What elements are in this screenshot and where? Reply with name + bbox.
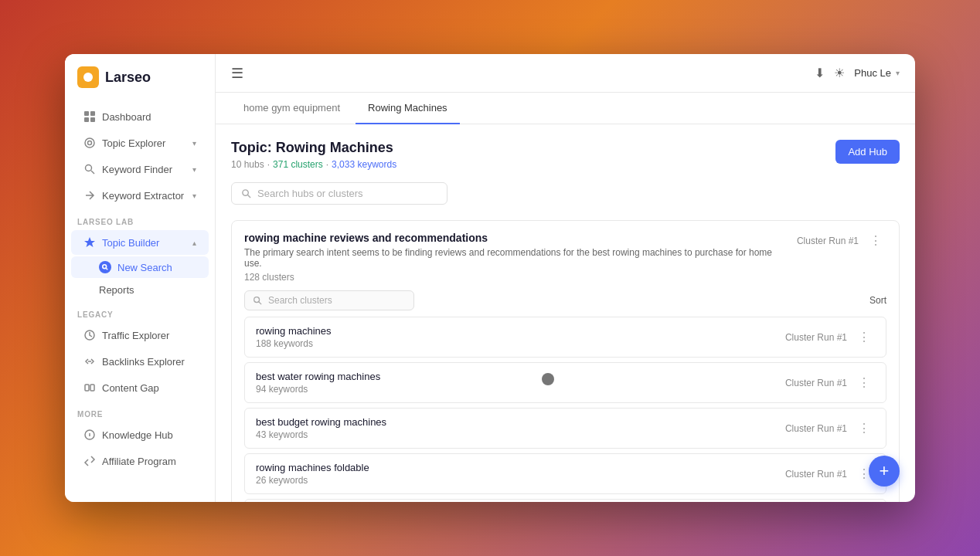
hub-clusters-count: 128 clusters [244,272,785,283]
chevron-down-icon: ▾ [192,139,196,147]
cluster-item[interactable]: rowing machines 188 keywords Cluster Run… [244,317,886,358]
topic-header: Topic: Rowing Machines 10 hubs · 371 clu… [231,140,900,170]
cluster-name: rowing machines [256,325,785,337]
cluster-keywords: 188 keywords [256,338,785,349]
keyword-extractor-label: Keyword Extractor [102,190,184,202]
svg-point-6 [88,141,92,145]
cluster-item[interactable]: older rowing machines Cluster Run #1 ⋮ [244,499,886,502]
affiliate-program-label: Affiliate Program [102,456,176,467]
sidebar-item-topic-builder[interactable]: Topic Builder ▴ [71,230,209,255]
content-gap-label: Content Gap [102,382,159,394]
cluster-more-options[interactable]: ⋮ [853,419,875,437]
dashboard-label: Dashboard [102,111,151,123]
search-hubs-box [231,182,447,205]
backlinks-explorer-label: Backlinks Explorer [102,356,185,368]
cluster-keywords: 43 keywords [256,429,785,440]
sidebar-item-backlinks-explorer[interactable]: Backlinks Explorer [71,349,209,374]
hub-row-right: Cluster Run #1 ⋮ [797,232,886,249]
topic-explorer-icon [83,137,96,149]
topic-meta: 10 hubs · 371 clusters · 3,033 keywords [231,159,396,170]
download-icon[interactable]: ⬇ [815,66,825,80]
fab-button[interactable]: + [869,456,900,486]
affiliate-icon [83,455,96,467]
sidebar-item-dashboard[interactable]: Dashboard [71,104,209,129]
topbar: ☰ ⬇ ☀ Phuc Le ▾ [216,54,915,93]
new-search-icon [99,261,111,273]
sidebar-item-topic-explorer[interactable]: Topic Explorer ▾ [71,131,209,155]
search-clusters-icon [253,296,262,305]
topic-builder-label: Topic Builder [102,237,159,249]
sidebar-item-reports[interactable]: Reports [71,280,209,300]
sidebar-item-affiliate-program[interactable]: Affiliate Program [71,449,209,473]
cluster-item[interactable]: best water rowing machines 94 keywords C… [244,362,886,403]
keyword-extractor-icon [83,189,96,202]
cluster-more-options[interactable]: ⋮ [853,374,875,392]
add-hub-button[interactable]: Add Hub [835,140,900,164]
search-clusters-input[interactable] [268,295,406,306]
cluster-run-badge: Cluster Run #1 [785,423,847,434]
chevron-down-icon: ▴ [192,239,196,247]
knowledge-hub-label: Knowledge Hub [102,429,173,441]
cluster-name: rowing machines foldable [256,462,785,473]
tab-rowing-machines[interactable]: Rowing Machines [356,93,460,124]
search-hubs-icon [241,188,251,198]
cluster-search-box [244,290,414,310]
logo-icon [77,66,99,88]
svg-point-5 [85,138,94,147]
sidebar-item-knowledge-hub[interactable]: Knowledge Hub [71,422,209,447]
tab-home-gym[interactable]: home gym equipment [231,93,352,124]
keyword-finder-icon [83,163,96,175]
cluster-item[interactable]: best budget rowing machines 43 keywords … [244,408,886,449]
cluster-keywords: 26 keywords [256,475,785,486]
cluster-name: best water rowing machines [256,371,785,382]
hub-info: rowing machine reviews and recommendatio… [244,232,785,283]
knowledge-hub-icon [83,429,96,441]
user-menu[interactable]: Phuc Le ▾ [854,67,900,79]
topic-builder-icon [83,236,96,249]
svg-rect-2 [90,111,95,116]
hamburger-button[interactable]: ☰ [231,65,243,82]
logo-text: Larseo [105,70,151,86]
theme-icon[interactable]: ☀ [834,66,845,80]
sidebar-item-traffic-explorer[interactable]: Traffic Explorer [71,323,209,348]
topic-title: Topic: Rowing Machines [231,140,396,156]
content-gap-icon [83,381,96,394]
keywords-count[interactable]: 3,033 keywords [332,159,396,170]
larseo-lab-section: LARSEO LAB [65,208,215,229]
content-area: Topic: Rowing Machines 10 hubs · 371 clu… [216,124,915,502]
legacy-section: LEGACY [65,301,215,322]
svg-rect-4 [90,117,95,122]
hub-title: rowing machine reviews and recommendatio… [244,232,785,244]
topbar-left: ☰ [231,65,243,82]
svg-rect-3 [84,117,89,122]
more-section: MORE [65,401,215,422]
hub-cluster-run-badge: Cluster Run #1 [797,236,859,246]
traffic-explorer-label: Traffic Explorer [102,330,169,341]
svg-line-17 [259,302,261,304]
svg-point-9 [103,265,107,269]
main-content: ☰ ⬇ ☀ Phuc Le ▾ home gym equipment Rowin… [216,54,915,502]
traffic-explorer-icon [83,329,96,341]
hub-more-options[interactable]: ⋮ [865,232,886,249]
dashboard-icon [83,110,96,123]
search-hubs-input[interactable] [257,188,437,199]
cluster-run-badge: Cluster Run #1 [785,332,847,343]
cluster-item[interactable]: rowing machines foldable 26 keywords Clu… [244,453,886,494]
cluster-more-options[interactable]: ⋮ [853,328,875,346]
cluster-run-badge: Cluster Run #1 [785,469,847,480]
cluster-name: best budget rowing machines [256,416,785,428]
sidebar-item-content-gap[interactable]: Content Gap [71,375,209,400]
sort-button[interactable]: Sort [869,295,886,306]
cluster-search-row: Sort [244,290,886,310]
reports-label: Reports [99,284,134,296]
cluster-keywords: 94 keywords [256,384,785,395]
tabs-row: home gym equipment Rowing Machines [216,93,915,124]
content-wrapper: Topic: Rowing Machines 10 hubs · 371 clu… [216,124,915,502]
sidebar-item-new-search[interactable]: New Search [71,256,209,278]
clusters-count[interactable]: 371 clusters [273,159,323,170]
sidebar-item-keyword-finder[interactable]: Keyword Finder ▾ [71,157,209,181]
sidebar-item-keyword-extractor[interactable]: Keyword Extractor ▾ [71,183,209,208]
new-search-label: New Search [117,262,172,273]
svg-rect-12 [85,385,89,391]
svg-line-15 [247,195,250,198]
